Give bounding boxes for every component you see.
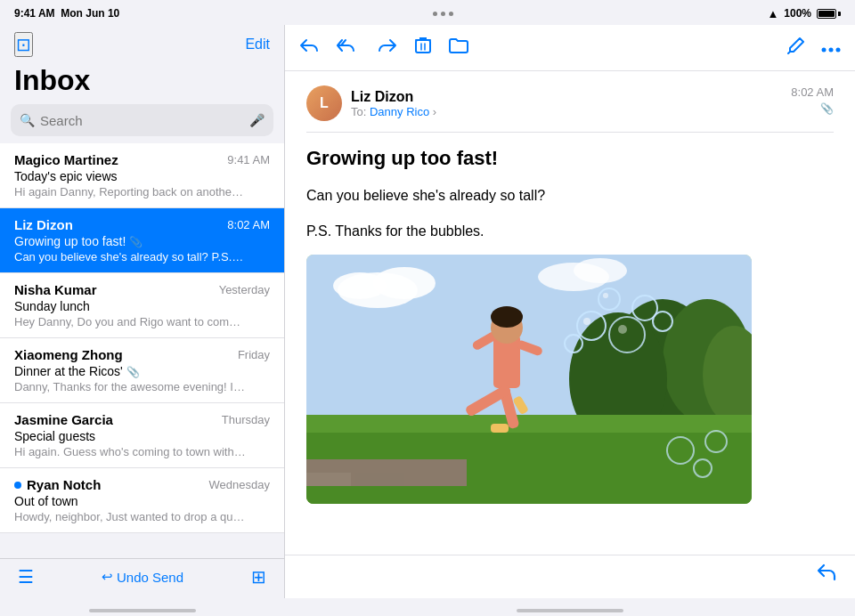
svg-point-22 (491, 306, 523, 328)
undo-arrow-icon: ↩ (102, 569, 113, 585)
undo-send-button[interactable]: ↩ Undo Send (102, 569, 183, 585)
email-body: Can you believe she's already so tall? P… (306, 184, 834, 242)
email-body-paragraph-2: P.S. Thanks for the bubbles. (306, 220, 834, 243)
status-right: ▲ 100% (767, 7, 841, 20)
mail-sender: Ryan Notch (27, 477, 101, 492)
wifi-icon: ▲ (767, 7, 778, 20)
attachment-icon: 📎 (126, 366, 140, 378)
svg-rect-23 (491, 424, 509, 433)
attachment-icon: 📎 (129, 236, 142, 248)
mail-item-unread[interactable]: Ryan Notch Wednesday Out of town Howdy, … (0, 468, 284, 533)
svg-rect-39 (355, 473, 404, 486)
status-time: 9:41 AM Mon Jun 10 (14, 7, 119, 20)
email-attachment-icon: 📎 (820, 102, 834, 115)
svg-point-9 (574, 258, 627, 283)
mail-sender: Xiaomeng Zhong (14, 347, 123, 362)
avatar: L (306, 85, 342, 121)
mail-time: 8:02 AM (227, 218, 270, 231)
mail-subject: Dinner at the Ricos' (14, 364, 123, 378)
search-bar[interactable]: 🔍 🎤 (11, 104, 273, 136)
search-icon: 🔍 (20, 113, 35, 127)
toolbar-icons-right (787, 36, 841, 59)
mail-time: Friday (238, 348, 270, 361)
forward-icon[interactable] (378, 37, 397, 58)
mail-subject: Growing up too fast! (14, 234, 126, 248)
email-meta-right: 8:02 AM 📎 (791, 85, 834, 115)
reply-all-icon[interactable] (337, 37, 360, 58)
right-toolbar (285, 25, 855, 71)
app-container: ⊡ Edit Inbox 🔍 🎤 Magico Martinez 9:41 AM… (0, 25, 855, 598)
left-toolbar: ⊡ Edit (0, 25, 284, 64)
email-header: L Liz Dizon To: Danny Rico › 8:02 AM 📎 (306, 85, 834, 133)
mail-preview: Hi again. Guess who's coming to town wit… (14, 445, 246, 458)
svg-point-7 (333, 272, 387, 299)
mail-item[interactable]: Jasmine Garcia Thursday Special guests H… (0, 403, 284, 468)
folder-icon[interactable] (449, 37, 468, 58)
mail-subject: Sunday lunch (14, 299, 90, 313)
mail-time: 9:41 AM (227, 153, 270, 166)
mail-item[interactable]: Xiaomeng Zhong Friday Dinner at the Rico… (0, 338, 284, 403)
mail-preview: Hey Danny, Do you and Rigo want to come … (14, 315, 246, 328)
mail-subject: Today's epic views (14, 169, 118, 183)
home-indicator-row (0, 598, 855, 616)
recipient-name: Danny Rico (370, 105, 429, 118)
status-bar: 9:41 AM Mon Jun 10 ▲ 100% (0, 0, 855, 25)
unread-indicator (14, 482, 21, 489)
sidebar-toggle-button[interactable]: ⊡ (14, 32, 33, 57)
mail-subject: Out of town (14, 494, 78, 508)
mail-preview: Can you believe she's already so tall? P… (14, 250, 246, 263)
mail-time: Thursday (222, 413, 270, 426)
mail-sender: Magico Martinez (14, 152, 118, 167)
more-icon[interactable] (821, 38, 841, 57)
right-bottom-bar (285, 555, 855, 598)
mail-item[interactable]: Magico Martinez 9:41 AM Today's epic vie… (0, 143, 284, 208)
email-subject: Growing up too fast! (306, 147, 834, 170)
mail-sender: Jasmine Garcia (14, 412, 113, 427)
svg-rect-0 (416, 40, 430, 53)
toolbar-icons-left (299, 36, 468, 59)
filter-icon[interactable]: ☰ (18, 566, 34, 588)
mail-sender: Liz Dizon (14, 217, 73, 232)
reply-button[interactable] (816, 563, 837, 588)
compose-icon[interactable] (787, 36, 805, 59)
battery-icon (817, 9, 841, 19)
to-line: To: Danny Rico › (351, 105, 436, 118)
battery-percent: 100% (784, 7, 811, 20)
svg-point-1 (822, 48, 826, 53)
mail-preview: Howdy, neighbor, Just wanted to drop a q… (14, 510, 246, 523)
svg-point-32 (603, 293, 608, 298)
mail-sender: Nisha Kumar (14, 282, 97, 297)
mail-preview: Danny, Thanks for the awesome evening! I… (14, 380, 246, 393)
email-body-paragraph-1: Can you believe she's already so tall? (306, 184, 834, 207)
search-input[interactable] (40, 113, 244, 128)
reply-icon[interactable] (299, 37, 319, 58)
status-center-dots (433, 12, 453, 16)
mic-icon[interactable]: 🎤 (249, 113, 265, 127)
svg-point-3 (836, 48, 841, 53)
home-indicator-right (517, 609, 623, 612)
svg-rect-38 (306, 473, 351, 486)
email-time: 8:02 AM (791, 85, 834, 99)
inbox-title: Inbox (0, 64, 284, 104)
mail-subject: Special guests (14, 429, 95, 443)
email-image (306, 255, 752, 504)
mail-list: Magico Martinez 9:41 AM Today's epic vie… (0, 143, 284, 558)
right-panel: L Liz Dizon To: Danny Rico › 8:02 AM 📎 G… (285, 25, 855, 598)
svg-point-31 (583, 318, 590, 325)
svg-point-2 (829, 48, 834, 53)
left-panel: ⊡ Edit Inbox 🔍 🎤 Magico Martinez 9:41 AM… (0, 25, 285, 598)
mail-time: Wednesday (209, 478, 270, 491)
mail-time: Yesterday (219, 283, 270, 296)
left-bottom-bar: ☰ ↩ Undo Send ⊞ (0, 558, 284, 598)
sender-info: L Liz Dizon To: Danny Rico › (306, 85, 436, 121)
svg-point-33 (618, 325, 627, 334)
mail-preview: Hi again Danny, Reporting back on anothe… (14, 185, 246, 199)
undo-send-label: Undo Send (117, 570, 183, 585)
trash-icon[interactable] (415, 36, 431, 59)
mail-item[interactable]: Nisha Kumar Yesterday Sunday lunch Hey D… (0, 273, 284, 338)
edit-button[interactable]: Edit (245, 36, 270, 53)
mail-item-active[interactable]: Liz Dizon 8:02 AM Growing up too fast! 📎… (0, 208, 284, 273)
email-content: L Liz Dizon To: Danny Rico › 8:02 AM 📎 G… (285, 71, 855, 555)
stack-icon[interactable]: ⊞ (251, 566, 266, 588)
sender-name: Liz Dizon (351, 89, 436, 105)
